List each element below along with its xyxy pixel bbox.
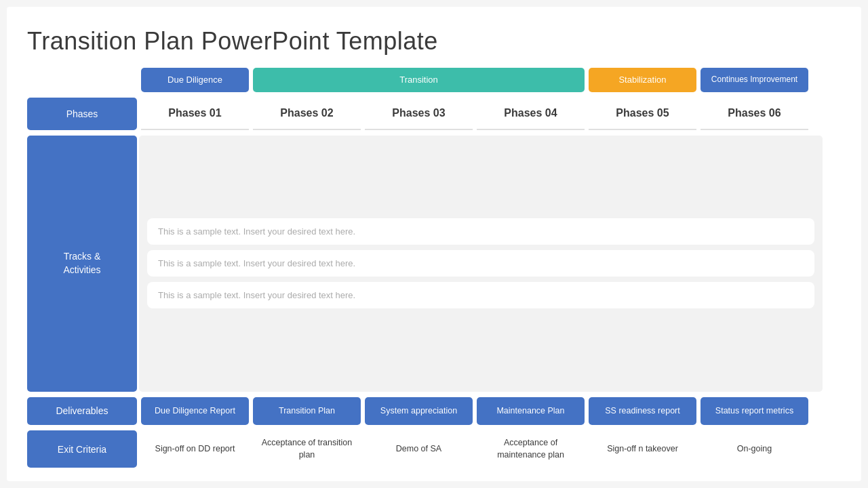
- exit-criteria-6: On-going: [701, 430, 808, 468]
- phase-05: Phases 05: [589, 98, 696, 130]
- phase-02: Phases 02: [253, 98, 361, 130]
- header-transition: Transition: [253, 68, 585, 92]
- deliverables-label: Deliverables: [27, 397, 137, 426]
- header-due-diligence: Due Diligence: [141, 68, 249, 92]
- exit-criteria-2: Acceptance of transition plan: [253, 430, 361, 468]
- tracks-row: Tracks & Activities This is a sample tex…: [27, 136, 841, 392]
- slide: Transition Plan PowerPoint Template Due …: [7, 7, 861, 481]
- exit-criteria-label: Exit Criteria: [27, 430, 137, 468]
- phases-label: Phases: [27, 98, 137, 130]
- deliverables-row: Deliverables Due Diligence Report Transi…: [27, 397, 841, 426]
- tracks-label: Tracks & Activities: [27, 136, 137, 392]
- table-area: Due Diligence Transition Stabilization C…: [27, 68, 841, 468]
- deliverable-4: Maintenance Plan: [477, 397, 585, 426]
- exit-criteria-1: Sign-off on DD report: [141, 430, 249, 468]
- header-categories-row: Due Diligence Transition Stabilization C…: [27, 68, 841, 92]
- sample-text-1[interactable]: This is a sample text. Insert your desir…: [147, 218, 814, 245]
- deliverable-1: Due Diligence Report: [141, 397, 249, 426]
- deliverable-2: Transition Plan: [253, 397, 361, 426]
- header-empty-cell: [27, 68, 139, 92]
- exit-criteria-row: Exit Criteria Sign-off on DD report Acce…: [27, 430, 841, 468]
- header-continues-improvement: Continues Improvement: [701, 68, 808, 92]
- sample-text-3[interactable]: This is a sample text. Insert your desir…: [147, 282, 814, 308]
- exit-criteria-3: Demo of SA: [365, 430, 473, 468]
- phases-row: Phases Phases 01 Phases 02 Phases 03 Pha…: [27, 98, 841, 130]
- deliverable-6: Status report metrics: [701, 397, 808, 426]
- exit-criteria-5: Sign-off n takeover: [589, 430, 696, 468]
- slide-title: Transition Plan PowerPoint Template: [27, 27, 841, 56]
- phase-04: Phases 04: [477, 98, 585, 130]
- exit-criteria-4: Acceptance of maintenance plan: [477, 430, 585, 468]
- phase-06: Phases 06: [701, 98, 808, 130]
- tracks-content: This is a sample text. Insert your desir…: [139, 136, 823, 392]
- deliverable-5: SS readiness report: [589, 397, 696, 426]
- header-stabilization: Stabilization: [589, 68, 696, 92]
- sample-text-2[interactable]: This is a sample text. Insert your desir…: [147, 250, 814, 277]
- phase-01: Phases 01: [141, 98, 249, 130]
- deliverable-3: System appreciation: [365, 397, 473, 426]
- phase-03: Phases 03: [365, 98, 473, 130]
